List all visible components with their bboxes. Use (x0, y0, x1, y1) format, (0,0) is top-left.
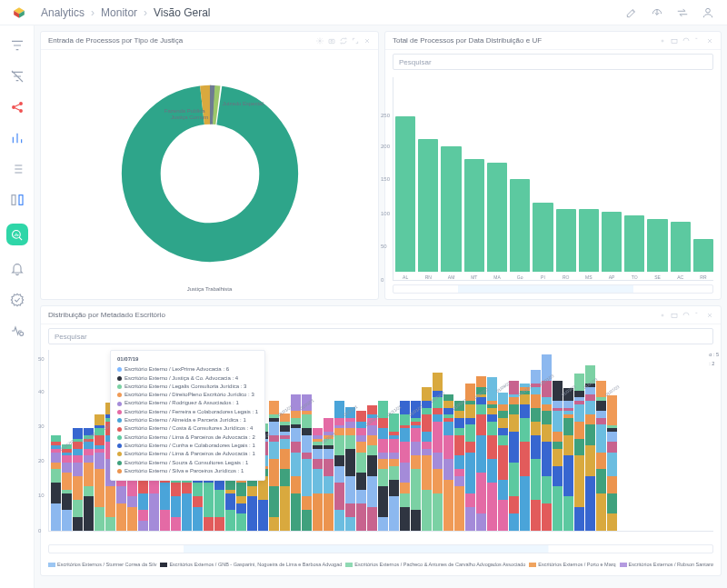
refresh-icon[interactable] (682, 312, 690, 319)
camera-icon[interactable] (328, 37, 335, 45)
donut-label: Justiça Trabalhista (187, 286, 233, 292)
breadcrumb-2[interactable]: Visão Geral (154, 6, 210, 19)
svg-rect-12 (329, 39, 334, 43)
close-icon[interactable] (706, 312, 713, 319)
range-scrubber[interactable] (48, 544, 713, 553)
svg-point-10 (19, 332, 23, 335)
stack-card: Distribuição por Metadado Escritório Pes… (40, 305, 722, 576)
check-badge-icon[interactable] (10, 293, 25, 307)
svg-point-3 (706, 8, 711, 13)
donut-label: Justiça Comum (171, 115, 208, 120)
svg-rect-7 (12, 195, 15, 205)
bell-icon[interactable] (10, 262, 25, 276)
svg-rect-19 (672, 39, 677, 43)
app-logo (13, 6, 25, 19)
svg-point-5 (19, 103, 22, 105)
settings-icon[interactable] (659, 312, 666, 319)
chevron-right-icon: › (91, 6, 95, 19)
svg-point-11 (319, 40, 321, 42)
donut-label: Fazenda Publica (164, 108, 205, 114)
card-title: Distribuição por Metadado Escritório (48, 311, 165, 319)
main-content: Entrada de Processos por Tipo de Justiça (35, 25, 727, 588)
breadcrumb-1[interactable]: Monitor (101, 6, 137, 19)
chevron-right-icon: › (144, 6, 147, 19)
list-icon[interactable] (10, 162, 25, 176)
range-scrubber[interactable] (393, 284, 713, 294)
refresh-icon[interactable] (682, 37, 690, 45)
columns-icon[interactable] (10, 193, 25, 207)
svg-point-20 (662, 314, 663, 316)
bars-icon[interactable] (10, 131, 25, 145)
top-header: Analytics › Monitor › Visão Geral (0, 0, 727, 25)
close-icon[interactable] (364, 37, 371, 45)
svg-rect-8 (19, 195, 23, 205)
settings-icon[interactable] (659, 37, 666, 45)
svg-point-14 (141, 105, 278, 242)
search-input[interactable]: Pesquisar (48, 328, 713, 344)
breadcrumb-0[interactable]: Analytics (41, 6, 85, 19)
filter-icon[interactable] (10, 38, 25, 53)
card-title: Entrada de Processos por Tipo de Justiça (48, 36, 183, 45)
svg-point-13 (331, 40, 333, 42)
svg-point-18 (662, 40, 663, 42)
legend: Escritórios Externos / Sturmer Correa da… (48, 559, 713, 570)
svg-rect-21 (672, 314, 677, 317)
svg-point-6 (19, 110, 22, 113)
bar-card: Total de Processos por Data Distribuição… (384, 31, 722, 300)
left-sidebar (0, 25, 35, 588)
settings-icon[interactable] (316, 37, 324, 45)
donut-label: Juizado Especial (223, 101, 264, 106)
search-input[interactable]: Pesquisar (393, 54, 713, 70)
expand-icon[interactable] (352, 37, 359, 45)
edit-icon[interactable] (625, 6, 638, 19)
download-icon[interactable] (651, 6, 663, 19)
camera-icon[interactable] (671, 37, 678, 45)
donut-chart: Justiça Trabalhista Juizado Especial Faz… (48, 54, 371, 294)
bar-chart: 0 50 100 150 200 250 ALRNAMMTMAGoPIROMSA… (393, 77, 713, 281)
swap-icon[interactable] (676, 6, 689, 19)
expand-icon[interactable] (694, 312, 702, 319)
search-analytics-icon[interactable] (6, 224, 28, 245)
donut-card: Entrada de Processos por Tipo de Justiça (40, 31, 379, 300)
pulse-icon[interactable] (10, 324, 25, 338)
chart-tooltip: 01/07/19 Escritório Externo / LexPrime A… (110, 350, 265, 481)
camera-icon[interactable] (671, 312, 678, 319)
user-icon[interactable] (702, 6, 714, 19)
refresh-icon[interactable] (340, 37, 347, 45)
expand-icon[interactable] (694, 37, 702, 45)
filter-off-icon[interactable] (10, 69, 25, 84)
share-icon[interactable] (10, 100, 25, 115)
card-title: Total de Processos por Data Distribuição… (393, 36, 542, 45)
svg-point-4 (12, 106, 15, 109)
close-icon[interactable] (706, 37, 713, 45)
